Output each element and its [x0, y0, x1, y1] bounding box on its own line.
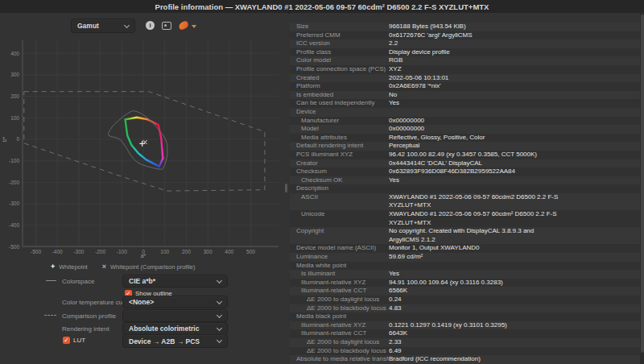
- property-value: 0x2A6E6978 '*nix': [389, 82, 644, 91]
- table-row: ΔE 2000 to daylight locus2.33: [290, 338, 644, 347]
- property-label: Can be used independently: [296, 99, 389, 108]
- table-row: PCS illuminant XYZ96.42 100.00 82.49 (xy…: [290, 151, 644, 159]
- table-row: Illuminant-relative CCT6566K: [290, 287, 644, 296]
- scrollbar-thumb[interactable]: [641, 14, 644, 353]
- comparison-profile-dropdown[interactable]: [122, 309, 228, 322]
- rendering-intent-dropdown[interactable]: Absolute colorimetric: [122, 322, 228, 335]
- svg-text:-400: -400: [52, 249, 63, 254]
- property-value: No copyright. Created with DisplayCAL 3.…: [389, 227, 644, 244]
- theme-color-dropdown-button[interactable]: [192, 25, 196, 28]
- gamut-plot[interactable]: 4003002001000-100-200-300-400-500-500-40…: [0, 37, 287, 258]
- property-label: PCS illuminant XYZ: [296, 151, 389, 159]
- profile-properties-pane: Size966188 Bytes (943.54 KiB)Preferred C…: [290, 13, 644, 364]
- property-label: Illuminant-relative XYZ: [296, 279, 389, 287]
- scrollbar-track[interactable]: [640, 13, 644, 364]
- color-temperature-curve-label: Color temperature curve: [62, 299, 131, 306]
- svg-text:-300: -300: [73, 249, 84, 254]
- property-value: 59.69 cd/m²: [389, 253, 644, 262]
- property-value: 94.91 100.00 109.64 (xy 0.3116 0.3283): [389, 279, 644, 287]
- property-value: Perceptual: [389, 142, 644, 151]
- colorspace-dropdown[interactable]: CIE a*b*: [122, 275, 228, 287]
- svg-text:-500: -500: [31, 249, 41, 254]
- plot-legend: + Whitepoint × Whitepoint (Comparison pr…: [51, 263, 195, 271]
- property-label: Preferred CMM: [296, 31, 389, 40]
- property-value: XWAYLAND0 #1 2022-05-06 09-57 60cdm2 D65…: [389, 193, 644, 210]
- property-value: Display device profile: [389, 48, 644, 57]
- property-value: 6566K: [389, 287, 644, 296]
- window-titlebar[interactable]: Profile information — XWAYLAND0 #1 2022-…: [0, 0, 644, 14]
- table-row: Preferred CMM0x6172676C 'argl' ArgyllCMS: [290, 31, 644, 40]
- lut-label: LUT: [73, 337, 85, 344]
- property-value: Reflective, Glossy, Positive, Color: [389, 134, 644, 143]
- chevron-down-icon: [192, 25, 196, 28]
- property-label: Default rendering intent: [296, 142, 389, 151]
- property-value: 4.83: [389, 304, 644, 313]
- comparison-profile-label: Comparison profile: [62, 312, 116, 320]
- color-temperature-curve-dropdown[interactable]: <None>: [122, 296, 228, 308]
- property-value: 96.42 100.00 82.49 (xy 0.3457 0.3585, CC…: [389, 151, 644, 159]
- svg-text:b*: b*: [2, 136, 7, 142]
- property-label: Luminance: [296, 253, 389, 262]
- chevron-down-icon: [217, 277, 222, 283]
- lut-transform-dropdown[interactable]: Device → A2B → PCS: [122, 334, 228, 348]
- table-row: ΔE 2000 to blackbody locus4.83: [290, 304, 644, 313]
- property-value: [389, 312, 644, 321]
- table-row: Profile connection space (PCS)XYZ: [290, 65, 644, 74]
- view-selector-value: Gamut: [77, 22, 121, 30]
- table-row: Checksum OKYes: [290, 176, 644, 185]
- table-row: Profile classDisplay device profile: [290, 48, 644, 57]
- svg-text:-100: -100: [9, 158, 19, 163]
- svg-text:100: 100: [160, 249, 169, 254]
- svg-text:300: 300: [204, 249, 213, 254]
- property-value: Yes: [389, 270, 644, 279]
- property-label: Checksum: [296, 168, 389, 176]
- comparison-whitepoint-marker-icon: ×: [102, 263, 106, 271]
- property-label: Absolute to media relative transform: [296, 355, 389, 364]
- property-label: Is illuminant: [296, 270, 389, 279]
- info-button[interactable]: [146, 21, 155, 30]
- svg-text:-300: -300: [9, 201, 19, 206]
- table-row: Manufacturer0x00000000: [290, 117, 644, 126]
- table-row: Created2022-05-06 10:13:01: [290, 74, 644, 83]
- svg-text:500: 500: [246, 249, 255, 254]
- svg-text:200: 200: [182, 249, 191, 254]
- svg-text:-500: -500: [9, 244, 19, 250]
- property-value: 2022-05-06 10:13:01: [389, 74, 644, 83]
- property-value: 0.24: [389, 296, 644, 304]
- property-label: Color model: [296, 56, 389, 65]
- properties-table: Size966188 Bytes (943.54 KiB)Preferred C…: [290, 23, 644, 364]
- view-selector-dropdown[interactable]: Gamut: [71, 19, 135, 33]
- property-label: Device: [296, 108, 389, 117]
- property-value: [389, 262, 644, 271]
- table-row: Is embeddedNo: [290, 91, 644, 100]
- chevron-down-icon: [217, 325, 222, 330]
- pane-splitter-handle[interactable]: [285, 184, 287, 192]
- property-value: 6.49: [389, 347, 644, 356]
- property-label: Profile connection space (PCS): [296, 65, 389, 74]
- property-value: 0x00000000: [389, 125, 644, 134]
- table-row: Media black point: [290, 312, 644, 321]
- theme-color-button[interactable]: [179, 22, 188, 29]
- table-row: Illuminant-relative XYZ0.1221 0.1297 0.1…: [290, 321, 644, 330]
- table-row: Size966188 Bytes (943.54 KiB): [290, 23, 644, 31]
- property-label: Created: [296, 74, 389, 83]
- table-row: Creator0x4443414C 'DCAL' DisplayCAL: [290, 159, 644, 168]
- chevron-down-icon: [217, 298, 222, 304]
- svg-text:-400: -400: [9, 222, 19, 228]
- svg-text:400: 400: [225, 249, 233, 254]
- color-swatch-icon: [178, 20, 189, 30]
- save-image-button[interactable]: [162, 22, 171, 30]
- table-row: Media white point: [290, 262, 644, 271]
- property-label: ΔE 2000 to daylight locus: [296, 296, 389, 304]
- comparison-line-icon: [44, 315, 56, 316]
- property-label: Size: [296, 23, 389, 31]
- property-value: 2.2: [389, 39, 644, 48]
- lut-checkbox[interactable]: [63, 337, 70, 344]
- svg-text:a*: a*: [141, 253, 147, 259]
- property-value: RGB: [389, 56, 644, 65]
- colorspace-line-icon: [46, 280, 56, 281]
- rendering-intent-label: Rendering intent: [62, 325, 109, 333]
- property-label: Copyright: [296, 227, 389, 244]
- property-label: Illuminant-relative CCT: [296, 287, 389, 296]
- info-icon: [146, 21, 155, 30]
